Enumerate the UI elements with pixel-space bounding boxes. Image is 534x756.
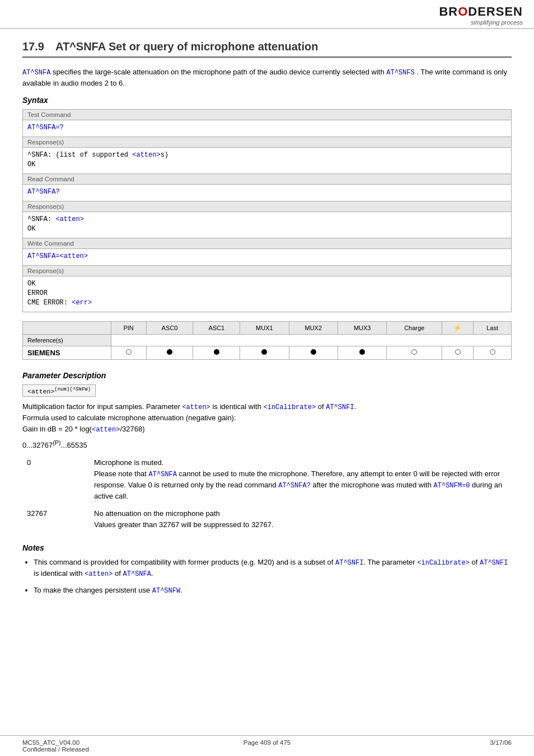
footer-left: MC55_ATC_V04.00 Confidential / Released bbox=[22, 739, 185, 753]
footer-right: 3/17/06 bbox=[349, 739, 512, 753]
read-resp-label: Response(s) bbox=[23, 201, 512, 212]
atten-ref5: <atten> bbox=[92, 426, 120, 434]
footer-doc-name: MC55_ATC_V04.00 bbox=[22, 739, 185, 746]
ref-col-charge: Charge bbox=[387, 321, 442, 334]
intro-paragraph: AT^SNFA specifies the large-scale attenu… bbox=[22, 67, 512, 89]
company-logo: BRODERSEN bbox=[439, 4, 523, 19]
write-resp3: CME ERROR: <err> bbox=[27, 299, 507, 307]
test-resp-label: Response(s) bbox=[23, 137, 512, 147]
atten-ref1: <atten> bbox=[132, 151, 160, 159]
test-resp-text: ^SNFA: (list of supported <atten>s) bbox=[27, 151, 507, 159]
atten-ref3: <atten> bbox=[60, 252, 88, 260]
write-command-row: Write Command bbox=[23, 238, 512, 248]
ref-header-label bbox=[23, 321, 111, 334]
at-snfw-ref: AT^SNFW bbox=[152, 587, 180, 595]
footer-page: Page 409 of 475 bbox=[185, 739, 348, 746]
section-number: 17.9 bbox=[22, 40, 44, 53]
ref-ref-label: Reference(s) bbox=[23, 334, 111, 346]
param-box-text: <atten> bbox=[27, 387, 54, 395]
write-resp2: ERROR bbox=[27, 289, 507, 297]
footer-date: 3/17/06 bbox=[349, 739, 512, 746]
at-snfa-ref2: AT^SNFA bbox=[149, 471, 177, 478]
circle-empty-last bbox=[490, 349, 495, 355]
param-val-32767: 32767 bbox=[22, 506, 90, 534]
circle-filled-mux3 bbox=[359, 349, 365, 355]
param-row-0: 0 Microphone is muted. Please note that … bbox=[22, 455, 512, 506]
ref-header-row: PIN ASC0 ASC1 MUX1 MUX2 MUX3 Charge ⚡ La… bbox=[23, 321, 512, 334]
write-resp1: OK bbox=[27, 280, 507, 288]
atten-ref4: <atten> bbox=[182, 403, 210, 411]
param-desc-32767: No attenuation on the microphone path Va… bbox=[90, 506, 512, 534]
logo-tagline: simplifying process bbox=[439, 19, 523, 26]
range-line: 0...32767(P)...65535 bbox=[22, 439, 512, 449]
at-snfa-q-ref: AT^SNFA? bbox=[278, 482, 311, 490]
ref-col-mux1: MUX1 bbox=[240, 321, 289, 334]
footer-center: Page 409 of 475 bbox=[185, 739, 348, 753]
atten-ref6: <atten> bbox=[85, 570, 113, 578]
write-cmd-cell: AT^SNFA=<atten> bbox=[23, 248, 512, 265]
reference-table: PIN ASC0 ASC1 MUX1 MUX2 MUX3 Charge ⚡ La… bbox=[22, 321, 512, 360]
param-desc-0: Microphone is muted. Please note that AT… bbox=[90, 455, 512, 506]
err-ref: <err> bbox=[72, 299, 92, 307]
ref-col-asc1: ASC1 bbox=[193, 321, 240, 334]
atten-ref2: <atten> bbox=[55, 215, 83, 223]
syntax-table: Test Command AT^SNFA=? Response(s) ^SNFA… bbox=[22, 109, 512, 312]
read-cmd-cell: AT^SNFA? bbox=[23, 184, 512, 201]
param-row-32767: 32767 No attenuation on the microphone p… bbox=[22, 506, 512, 534]
write-cmd-row: AT^SNFA=<atten> bbox=[23, 248, 512, 265]
circle-filled-mux1 bbox=[261, 349, 267, 355]
caret-snfa: ^SNFA: (list of supported bbox=[27, 151, 132, 159]
at-snfa-ref3: AT^SNFA bbox=[123, 570, 151, 578]
read-resp-text: ^SNFA: <atten> bbox=[27, 215, 507, 223]
param-desc-heading: Parameter Description bbox=[22, 371, 512, 380]
write-cmd-text: AT^SNFA=<atten> bbox=[27, 252, 507, 260]
range-sup: (P) bbox=[53, 439, 60, 446]
at-snfi-ref1: AT^SNFI bbox=[326, 403, 354, 411]
param-desc-text1: Multiplication factor for input samples.… bbox=[22, 401, 512, 435]
ref-siemens-mux2 bbox=[289, 346, 338, 359]
read-cmd-text: AT^SNFA? bbox=[27, 188, 507, 196]
ref-ref-row: Reference(s) bbox=[23, 334, 512, 346]
ref-col-pin: PIN bbox=[111, 321, 146, 334]
at-snfi-ref3: AT^SNFI bbox=[480, 559, 508, 567]
ref-siemens-mux3 bbox=[338, 346, 387, 359]
page-wrapper: BRODERSEN simplifying process 17.9 AT^SN… bbox=[0, 0, 534, 756]
circle-empty-pin bbox=[126, 349, 132, 355]
syntax-heading: Syntax bbox=[22, 96, 512, 105]
test-label: Test Command bbox=[23, 109, 512, 120]
test-cmd-row: AT^SNFA=? bbox=[23, 120, 512, 137]
ref-ref-empty bbox=[111, 334, 511, 346]
param-box: <atten>(num)(^SNFW) bbox=[22, 384, 96, 397]
test-cmd-code: AT^SNFA=? bbox=[27, 124, 64, 132]
write-label: Write Command bbox=[23, 238, 512, 248]
test-command-row: Test Command bbox=[23, 109, 512, 120]
test-resp-row: ^SNFA: (list of supported <atten>s) OK bbox=[23, 147, 512, 173]
ref-siemens-label: SIEMENS bbox=[23, 346, 111, 359]
note-1: This command is provided for compatibili… bbox=[34, 557, 512, 579]
circle-filled-asc1 bbox=[214, 349, 219, 355]
param-box-sup: (num)(^SNFW) bbox=[54, 387, 91, 392]
ref-col-last: Last bbox=[474, 321, 512, 334]
write-resp-label-row: Response(s) bbox=[23, 265, 512, 276]
test-cmd-cell: AT^SNFA=? bbox=[23, 120, 512, 137]
section-title: 17.9 AT^SNFA Set or query of microphone … bbox=[22, 40, 512, 58]
ref-siemens-pin bbox=[111, 346, 146, 359]
at-snfs-ref: AT^SNFS bbox=[386, 69, 414, 77]
read-command-row: Read Command bbox=[23, 173, 512, 184]
ref-col-asc0: ASC0 bbox=[146, 321, 193, 334]
circle-filled-mux2 bbox=[311, 349, 316, 355]
test-ok: OK bbox=[27, 161, 507, 168]
ref-siemens-charge bbox=[387, 346, 442, 359]
read-label: Read Command bbox=[23, 173, 512, 184]
read-ok: OK bbox=[27, 225, 507, 233]
test-resp-cell: ^SNFA: (list of supported <atten>s) OK bbox=[23, 147, 512, 173]
inCalibrate-ref2: <inCalibrate> bbox=[417, 559, 470, 567]
ref-siemens-last bbox=[474, 346, 512, 359]
param-val-0: 0 bbox=[22, 455, 90, 506]
read-resp-label-row: Response(s) bbox=[23, 201, 512, 212]
ref-col-mux2: MUX2 bbox=[289, 321, 338, 334]
footer-doc-status: Confidential / Released bbox=[22, 746, 185, 753]
ref-siemens-asc1 bbox=[193, 346, 240, 359]
at-snfm-ref: AT^SNFM=0 bbox=[434, 482, 470, 490]
main-content: 17.9 AT^SNFA Set or query of microphone … bbox=[0, 29, 534, 613]
